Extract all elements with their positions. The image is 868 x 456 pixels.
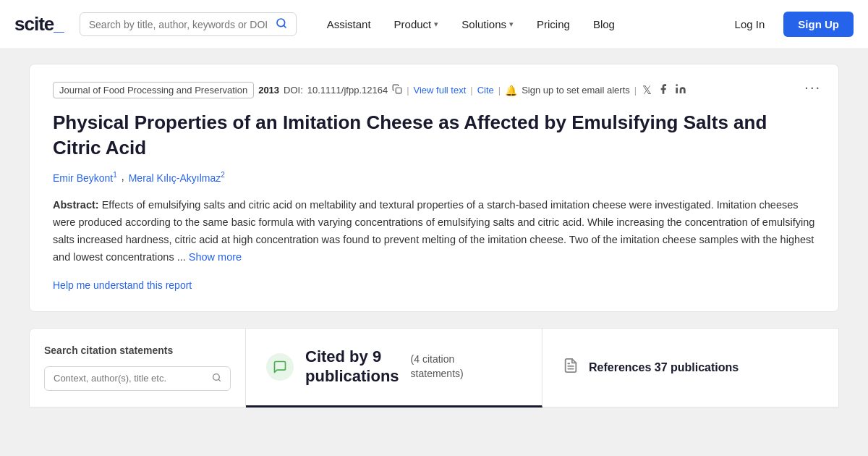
- svg-line-1: [284, 25, 286, 28]
- chat-bubble-icon: [266, 353, 294, 381]
- search-input[interactable]: [89, 19, 270, 30]
- authors: Emir Beykont1 , Meral Kılıç-Akyılmaz2: [53, 171, 815, 184]
- separator: |: [470, 85, 472, 96]
- twitter-icon[interactable]: 𝕏: [642, 83, 652, 97]
- more-options-button[interactable]: ···: [804, 79, 821, 96]
- search-icon: [212, 373, 221, 384]
- show-more-link[interactable]: Show more: [189, 251, 242, 263]
- publication-year: 2013: [258, 85, 279, 96]
- view-full-text-link[interactable]: View full text: [414, 85, 467, 96]
- nav-item-pricing[interactable]: Pricing: [527, 12, 580, 36]
- author-2[interactable]: Meral Kılıç-Akyılmaz2: [129, 171, 225, 184]
- citation-search-input[interactable]: [54, 373, 206, 384]
- chevron-down-icon: ▾: [509, 20, 514, 29]
- search-bar[interactable]: [80, 12, 297, 36]
- author-1[interactable]: Emir Beykont1: [53, 171, 117, 184]
- svg-line-6: [218, 379, 220, 381]
- citation-count: (4 citation statements): [411, 352, 464, 381]
- references-panel[interactable]: References 37 publications: [542, 328, 839, 408]
- separator: |: [634, 85, 637, 96]
- search-citations-title: Search citation statements: [44, 345, 231, 356]
- content-wrapper: ··· Journal of Food Processing and Prese…: [14, 49, 854, 408]
- search-icon: [276, 17, 287, 31]
- article-title: Physical Properties of an Imitation Chee…: [53, 110, 815, 161]
- separator: |: [498, 85, 501, 96]
- journal-name: Journal of Food Processing and Preservat…: [53, 82, 254, 98]
- logo[interactable]: scite_: [14, 13, 64, 35]
- abstract-content: Effects of emulsifying salts and citric …: [53, 199, 814, 263]
- login-button[interactable]: Log In: [723, 12, 777, 36]
- help-link[interactable]: Help me understand this report: [53, 279, 192, 291]
- cited-by-title: Cited by 9 publications: [305, 347, 399, 386]
- doi-value: 10.1111/jfpp.12164: [307, 85, 388, 96]
- article-card: ··· Journal of Food Processing and Prese…: [29, 64, 839, 312]
- references-text: References 37 publications: [589, 361, 739, 374]
- citation-statements: (4 citation statements): [411, 352, 464, 381]
- abstract-label: Abstract:: [53, 199, 99, 211]
- citation-search-input-wrapper[interactable]: [44, 366, 231, 391]
- nav-item-product[interactable]: Product ▾: [384, 12, 449, 36]
- document-icon: [563, 358, 579, 378]
- cited-by-inner: Cited by 9 publications (4 citation stat…: [266, 347, 464, 386]
- svg-point-4: [676, 84, 678, 86]
- bottom-panels: Search citation statements: [29, 328, 839, 408]
- cite-link[interactable]: Cite: [477, 85, 494, 96]
- facebook-icon[interactable]: [658, 83, 669, 98]
- doi-label: DOI:: [284, 85, 303, 96]
- nav-item-assistant[interactable]: Assistant: [317, 12, 381, 36]
- signup-button[interactable]: Sign Up: [783, 12, 854, 37]
- copy-icon[interactable]: [392, 84, 402, 96]
- social-icons: 𝕏: [642, 83, 686, 98]
- email-alert-text: Sign up to set email alerts: [522, 85, 630, 96]
- chevron-down-icon: ▾: [434, 20, 438, 29]
- cited-by-panel[interactable]: Cited by 9 publications (4 citation stat…: [246, 328, 542, 408]
- svg-rect-2: [396, 88, 401, 93]
- linkedin-icon[interactable]: [675, 83, 686, 98]
- search-citations-panel: Search citation statements: [29, 328, 246, 408]
- journal-line: Journal of Food Processing and Preservat…: [53, 82, 815, 98]
- svg-rect-3: [676, 88, 678, 93]
- abstract: Abstract: Effects of emulsifying salts a…: [53, 197, 815, 266]
- navbar: scite_ Assistant Product ▾ Solutions ▾ P…: [0, 0, 868, 49]
- nav-links: Assistant Product ▾ Solutions ▾ Pricing …: [317, 12, 716, 36]
- nav-item-solutions[interactable]: Solutions ▾: [451, 12, 524, 36]
- cited-by-text: Cited by 9 publications: [305, 347, 399, 386]
- nav-item-blog[interactable]: Blog: [583, 12, 625, 36]
- bell-icon: 🔔: [505, 85, 517, 96]
- separator: |: [407, 85, 409, 96]
